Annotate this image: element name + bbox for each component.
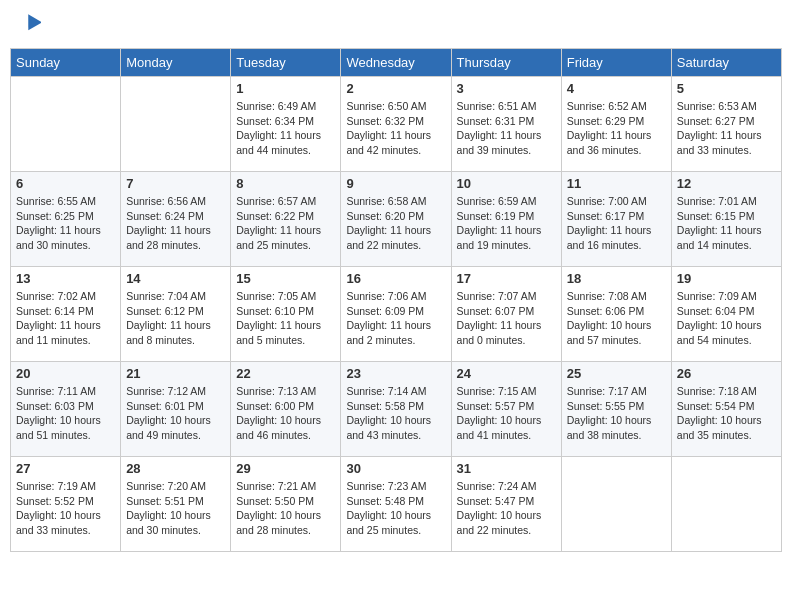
logo-icon [21, 13, 41, 33]
day-number: 30 [346, 461, 445, 476]
day-detail: Sunrise: 7:01 AM Sunset: 6:15 PM Dayligh… [677, 194, 776, 253]
day-detail: Sunrise: 7:20 AM Sunset: 5:51 PM Dayligh… [126, 479, 225, 538]
calendar-cell: 31Sunrise: 7:24 AM Sunset: 5:47 PM Dayli… [451, 457, 561, 552]
calendar-cell: 19Sunrise: 7:09 AM Sunset: 6:04 PM Dayli… [671, 267, 781, 362]
calendar-week-1: 1Sunrise: 6:49 AM Sunset: 6:34 PM Daylig… [11, 77, 782, 172]
calendar-cell: 6Sunrise: 6:55 AM Sunset: 6:25 PM Daylig… [11, 172, 121, 267]
day-number: 11 [567, 176, 666, 191]
day-detail: Sunrise: 7:13 AM Sunset: 6:00 PM Dayligh… [236, 384, 335, 443]
day-number: 24 [457, 366, 556, 381]
calendar-week-4: 20Sunrise: 7:11 AM Sunset: 6:03 PM Dayli… [11, 362, 782, 457]
day-number: 18 [567, 271, 666, 286]
calendar-cell [11, 77, 121, 172]
calendar-header-friday: Friday [561, 49, 671, 77]
day-detail: Sunrise: 6:58 AM Sunset: 6:20 PM Dayligh… [346, 194, 445, 253]
day-number: 5 [677, 81, 776, 96]
day-number: 16 [346, 271, 445, 286]
calendar-cell: 18Sunrise: 7:08 AM Sunset: 6:06 PM Dayli… [561, 267, 671, 362]
day-detail: Sunrise: 7:02 AM Sunset: 6:14 PM Dayligh… [16, 289, 115, 348]
day-number: 17 [457, 271, 556, 286]
calendar-header-tuesday: Tuesday [231, 49, 341, 77]
calendar-cell: 22Sunrise: 7:13 AM Sunset: 6:00 PM Dayli… [231, 362, 341, 457]
day-detail: Sunrise: 7:14 AM Sunset: 5:58 PM Dayligh… [346, 384, 445, 443]
svg-marker-0 [21, 13, 41, 30]
day-number: 25 [567, 366, 666, 381]
day-number: 10 [457, 176, 556, 191]
calendar-cell: 10Sunrise: 6:59 AM Sunset: 6:19 PM Dayli… [451, 172, 561, 267]
day-detail: Sunrise: 6:55 AM Sunset: 6:25 PM Dayligh… [16, 194, 115, 253]
calendar-cell: 8Sunrise: 6:57 AM Sunset: 6:22 PM Daylig… [231, 172, 341, 267]
calendar-cell [121, 77, 231, 172]
day-detail: Sunrise: 7:17 AM Sunset: 5:55 PM Dayligh… [567, 384, 666, 443]
calendar-cell: 1Sunrise: 6:49 AM Sunset: 6:34 PM Daylig… [231, 77, 341, 172]
day-detail: Sunrise: 7:21 AM Sunset: 5:50 PM Dayligh… [236, 479, 335, 538]
day-number: 12 [677, 176, 776, 191]
calendar-cell: 16Sunrise: 7:06 AM Sunset: 6:09 PM Dayli… [341, 267, 451, 362]
day-detail: Sunrise: 7:07 AM Sunset: 6:07 PM Dayligh… [457, 289, 556, 348]
calendar-cell: 29Sunrise: 7:21 AM Sunset: 5:50 PM Dayli… [231, 457, 341, 552]
day-number: 14 [126, 271, 225, 286]
calendar-cell: 9Sunrise: 6:58 AM Sunset: 6:20 PM Daylig… [341, 172, 451, 267]
day-number: 29 [236, 461, 335, 476]
day-number: 31 [457, 461, 556, 476]
day-number: 8 [236, 176, 335, 191]
calendar-cell: 21Sunrise: 7:12 AM Sunset: 6:01 PM Dayli… [121, 362, 231, 457]
day-detail: Sunrise: 6:52 AM Sunset: 6:29 PM Dayligh… [567, 99, 666, 158]
day-detail: Sunrise: 7:23 AM Sunset: 5:48 PM Dayligh… [346, 479, 445, 538]
day-number: 6 [16, 176, 115, 191]
calendar-header-sunday: Sunday [11, 49, 121, 77]
calendar-cell: 28Sunrise: 7:20 AM Sunset: 5:51 PM Dayli… [121, 457, 231, 552]
day-detail: Sunrise: 7:18 AM Sunset: 5:54 PM Dayligh… [677, 384, 776, 443]
calendar-cell: 25Sunrise: 7:17 AM Sunset: 5:55 PM Dayli… [561, 362, 671, 457]
calendar-week-3: 13Sunrise: 7:02 AM Sunset: 6:14 PM Dayli… [11, 267, 782, 362]
day-number: 3 [457, 81, 556, 96]
day-detail: Sunrise: 7:04 AM Sunset: 6:12 PM Dayligh… [126, 289, 225, 348]
day-detail: Sunrise: 7:08 AM Sunset: 6:06 PM Dayligh… [567, 289, 666, 348]
day-number: 28 [126, 461, 225, 476]
day-number: 19 [677, 271, 776, 286]
day-number: 15 [236, 271, 335, 286]
calendar-cell: 2Sunrise: 6:50 AM Sunset: 6:32 PM Daylig… [341, 77, 451, 172]
calendar-cell: 27Sunrise: 7:19 AM Sunset: 5:52 PM Dayli… [11, 457, 121, 552]
day-detail: Sunrise: 7:12 AM Sunset: 6:01 PM Dayligh… [126, 384, 225, 443]
calendar-cell: 5Sunrise: 6:53 AM Sunset: 6:27 PM Daylig… [671, 77, 781, 172]
calendar-cell: 11Sunrise: 7:00 AM Sunset: 6:17 PM Dayli… [561, 172, 671, 267]
calendar-week-5: 27Sunrise: 7:19 AM Sunset: 5:52 PM Dayli… [11, 457, 782, 552]
page-header [10, 10, 782, 38]
day-number: 22 [236, 366, 335, 381]
calendar-cell: 30Sunrise: 7:23 AM Sunset: 5:48 PM Dayli… [341, 457, 451, 552]
day-detail: Sunrise: 7:11 AM Sunset: 6:03 PM Dayligh… [16, 384, 115, 443]
day-detail: Sunrise: 7:24 AM Sunset: 5:47 PM Dayligh… [457, 479, 556, 538]
calendar-cell: 14Sunrise: 7:04 AM Sunset: 6:12 PM Dayli… [121, 267, 231, 362]
calendar-cell: 7Sunrise: 6:56 AM Sunset: 6:24 PM Daylig… [121, 172, 231, 267]
calendar-cell: 12Sunrise: 7:01 AM Sunset: 6:15 PM Dayli… [671, 172, 781, 267]
day-number: 4 [567, 81, 666, 96]
calendar-cell: 3Sunrise: 6:51 AM Sunset: 6:31 PM Daylig… [451, 77, 561, 172]
day-number: 9 [346, 176, 445, 191]
day-detail: Sunrise: 6:57 AM Sunset: 6:22 PM Dayligh… [236, 194, 335, 253]
day-detail: Sunrise: 6:59 AM Sunset: 6:19 PM Dayligh… [457, 194, 556, 253]
day-detail: Sunrise: 7:06 AM Sunset: 6:09 PM Dayligh… [346, 289, 445, 348]
day-number: 13 [16, 271, 115, 286]
day-detail: Sunrise: 7:00 AM Sunset: 6:17 PM Dayligh… [567, 194, 666, 253]
calendar-table: SundayMondayTuesdayWednesdayThursdayFrid… [10, 48, 782, 552]
calendar-header-row: SundayMondayTuesdayWednesdayThursdayFrid… [11, 49, 782, 77]
day-detail: Sunrise: 7:15 AM Sunset: 5:57 PM Dayligh… [457, 384, 556, 443]
calendar-cell: 4Sunrise: 6:52 AM Sunset: 6:29 PM Daylig… [561, 77, 671, 172]
calendar-cell: 23Sunrise: 7:14 AM Sunset: 5:58 PM Dayli… [341, 362, 451, 457]
day-number: 7 [126, 176, 225, 191]
day-number: 27 [16, 461, 115, 476]
calendar-cell [671, 457, 781, 552]
day-number: 21 [126, 366, 225, 381]
day-detail: Sunrise: 6:51 AM Sunset: 6:31 PM Dayligh… [457, 99, 556, 158]
logo [20, 15, 41, 33]
calendar-cell [561, 457, 671, 552]
calendar-cell: 26Sunrise: 7:18 AM Sunset: 5:54 PM Dayli… [671, 362, 781, 457]
day-number: 1 [236, 81, 335, 96]
day-number: 23 [346, 366, 445, 381]
day-detail: Sunrise: 7:09 AM Sunset: 6:04 PM Dayligh… [677, 289, 776, 348]
calendar-cell: 13Sunrise: 7:02 AM Sunset: 6:14 PM Dayli… [11, 267, 121, 362]
calendar-cell: 20Sunrise: 7:11 AM Sunset: 6:03 PM Dayli… [11, 362, 121, 457]
day-detail: Sunrise: 6:49 AM Sunset: 6:34 PM Dayligh… [236, 99, 335, 158]
day-detail: Sunrise: 7:05 AM Sunset: 6:10 PM Dayligh… [236, 289, 335, 348]
